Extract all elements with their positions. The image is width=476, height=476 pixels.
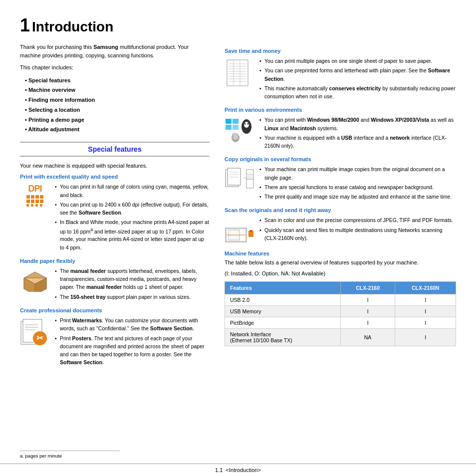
feature-name: PictBridge — [225, 317, 341, 329]
feature-save-time: You can print multiple pages on one sing… — [225, 57, 456, 102]
bullet-item: You can print with Windows 98/Me/2000 an… — [259, 116, 456, 132]
special-features-intro: Your new machine is equipped with specia… — [20, 163, 210, 169]
subsection-save-time-title: Save time and money — [225, 48, 456, 54]
svg-rect-49 — [249, 230, 252, 232]
copy-formats-text: Your machine can print multiple image co… — [259, 165, 456, 202]
svg-point-28 — [244, 122, 249, 128]
table-header-clx2160n: CLX-2160N — [395, 282, 456, 294]
dot — [31, 204, 33, 207]
dot — [40, 195, 43, 199]
copy-formats-icon: → — [225, 167, 254, 195]
dpi-icon-container: DPI — [20, 183, 50, 207]
dot — [35, 195, 39, 199]
bullet-item: The 150-sheet tray support plain paper i… — [55, 293, 210, 301]
table-row: USB 2.0 I I — [225, 294, 456, 306]
svg-rect-22 — [226, 119, 232, 124]
left-column: Thank you for purchasing this Samsung mu… — [20, 43, 210, 373]
subsection-copy-formats-title: Copy originals in several formats — [225, 156, 456, 162]
feature-clx2160: I — [340, 317, 395, 329]
dot — [26, 195, 30, 199]
copy-formats-icon-container: → — [225, 165, 254, 195]
dot — [31, 195, 34, 199]
table-header-clx2160: CLX-2160 — [340, 282, 395, 294]
subsection-create-docs-title: Create professional documents — [20, 307, 210, 313]
feature-name: USB 2.0 — [225, 294, 341, 306]
bullet-item: Print Posters. The text and pictures of … — [55, 334, 210, 367]
feature-clx2160n: I — [395, 329, 456, 346]
feature-create-docs: ✂ Print Watermarks. You can customize yo… — [20, 316, 210, 368]
feature-copy-formats: → Your machine can print multiple image … — [225, 165, 456, 202]
feature-clx2160: I — [340, 306, 395, 317]
svg-rect-25 — [233, 125, 238, 130]
machine-features-note: (I: Installed, O: Option, NA: Not Availa… — [225, 270, 456, 276]
subsection-scan-title: Scan the originals and send it right awa… — [225, 207, 456, 213]
dot — [31, 200, 34, 203]
bullet-item: You can print up to 2400 x 600 dpi (effe… — [55, 201, 210, 217]
chapter-title: 1 Introduction — [20, 15, 456, 36]
footer-bar: 1.1 <Introduction> — [0, 464, 476, 476]
environments-text: You can print with Windows 98/Me/2000 an… — [259, 116, 456, 151]
special-features-title: Special features — [20, 142, 210, 157]
feature-clx2160n: I — [395, 306, 456, 317]
dot — [40, 204, 42, 207]
svg-text:✂: ✂ — [36, 334, 43, 342]
right-column: Save time and money — [225, 43, 456, 373]
feature-clx2160: NA — [340, 329, 395, 346]
bullet-item: In Black and White mode, your machine pr… — [55, 218, 210, 251]
bullet-item: Scan in color and use the precise compre… — [259, 216, 456, 224]
bullet-item: You can print multiple pages on one sing… — [259, 57, 456, 65]
dpi-icon: DPI — [26, 184, 43, 207]
bullet-item: This machine automatically conserves ele… — [259, 84, 456, 101]
bullet-item: The manual feeder supports letterhead, e… — [55, 267, 210, 291]
scan-icon: → — [225, 218, 254, 245]
paper-box-icon — [21, 268, 49, 292]
svg-rect-23 — [233, 119, 238, 124]
feature-clx2160n: I — [395, 317, 456, 329]
subsection-handle-paper-title: Handle paper flexibly — [20, 258, 210, 264]
footnote: a. pages per minute — [20, 451, 120, 459]
chapter-number: 1 — [20, 15, 30, 36]
bullet-item: There are special functions to erase cat… — [259, 183, 456, 191]
bullet-item: Your machine can print multiple image co… — [259, 165, 456, 182]
scan-text: Scan in color and use the precise compre… — [259, 216, 456, 243]
svg-rect-41 — [246, 179, 253, 188]
table-row: Network Interface(Ethernet 10/100 Base T… — [225, 329, 456, 346]
feature-clx2160: I — [340, 294, 395, 306]
svg-rect-42 — [246, 174, 253, 179]
bullet-item: You can use preprinted forms and letterh… — [259, 66, 456, 83]
intro-paragraph: Thank you for purchasing this Samsung mu… — [20, 43, 210, 59]
table-row: PictBridge I I — [225, 317, 456, 329]
feature-name: Network Interface(Ethernet 10/100 Base T… — [225, 329, 341, 346]
machine-features-intro: The table below lists a general overview… — [225, 259, 456, 265]
dot — [26, 204, 29, 207]
list-item: Machine overview — [25, 85, 210, 95]
bullet-item: Your machine is equipped with a USB inte… — [259, 134, 456, 150]
features-table: Features CLX-2160 CLX-2160N USB 2.0 I I … — [225, 281, 456, 346]
list-item: Altitude adjustment — [25, 125, 210, 135]
save-time-text: You can print multiple pages on one sing… — [259, 57, 456, 102]
svg-point-33 — [233, 134, 238, 140]
svg-point-29 — [244, 123, 246, 125]
bullet-item: Quickly scan and send files to multiple … — [259, 226, 456, 242]
page-number: 1.1 <Introduction> — [20, 467, 456, 473]
list-item: Finding more information — [25, 95, 210, 105]
dot — [26, 200, 30, 203]
feature-clx2160n: I — [395, 294, 456, 306]
dpi-text: DPI — [28, 184, 41, 194]
environments-icon-container:  — [225, 116, 254, 145]
chapter-includes-label: This chapter includes: — [20, 63, 210, 72]
table-row: USB Memory I I — [225, 306, 456, 317]
svg-rect-24 — [226, 125, 232, 130]
subsection-environments-title: Print in various environments — [225, 107, 456, 113]
list-item: Printing a demo page — [25, 115, 210, 125]
save-time-icon — [226, 59, 253, 86]
dot — [40, 200, 43, 203]
chapter-list: Special features Machine overview Findin… — [25, 76, 210, 135]
scan-icon-container: → — [225, 216, 254, 245]
feature-environments:  You can print with Windows 98/Me/2000 … — [225, 116, 456, 151]
create-docs-text: Print Watermarks. You can customize your… — [55, 316, 210, 368]
page: 1 Introduction Thank you for purchasing … — [0, 0, 476, 476]
machine-features-title: Machine features — [225, 250, 456, 256]
watermark-icon: ✂ — [20, 317, 50, 346]
list-item: Selecting a location — [25, 105, 210, 115]
